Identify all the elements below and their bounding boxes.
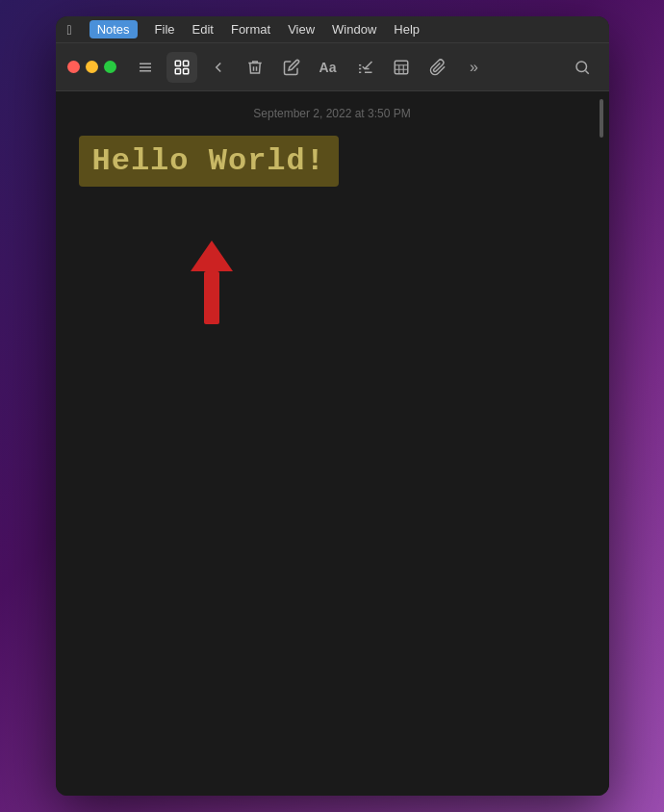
grid-icon xyxy=(173,59,191,76)
scrollbar-thumb[interactable] xyxy=(600,99,603,138)
fullscreen-button[interactable] xyxy=(104,61,116,73)
notes-window:  Notes File Edit Format View Window Hel… xyxy=(56,16,609,796)
checklist-icon xyxy=(356,59,373,76)
annotation-arrow xyxy=(191,241,233,324)
menubar:  Notes File Edit Format View Window Hel… xyxy=(56,16,609,43)
svg-rect-5 xyxy=(175,68,180,73)
note-date: September 2, 2022 at 3:50 PM xyxy=(79,107,586,120)
traffic-lights xyxy=(67,61,116,73)
list-icon xyxy=(137,59,154,76)
attachment-icon xyxy=(429,59,447,76)
scrollbar[interactable] xyxy=(598,91,605,796)
chevron-left-icon xyxy=(210,59,227,76)
checklist-button[interactable] xyxy=(349,52,380,83)
note-content[interactable]: September 2, 2022 at 3:50 PM Hello World… xyxy=(56,91,609,796)
svg-line-18 xyxy=(585,70,588,73)
menu-format[interactable]: Format xyxy=(231,22,270,37)
menu-view[interactable]: View xyxy=(288,22,315,37)
table-icon xyxy=(393,59,410,76)
svg-rect-12 xyxy=(395,61,408,74)
compose-icon xyxy=(283,59,300,76)
arrow-body xyxy=(204,271,219,324)
svg-rect-6 xyxy=(183,68,188,73)
note-title[interactable]: Hello World! xyxy=(79,136,339,187)
menu-help[interactable]: Help xyxy=(394,22,420,37)
arrow-head xyxy=(191,241,233,271)
delete-button[interactable] xyxy=(240,52,270,83)
minimize-button[interactable] xyxy=(86,61,98,73)
menu-file[interactable]: File xyxy=(155,22,175,37)
menu-edit[interactable]: Edit xyxy=(192,22,214,37)
svg-point-17 xyxy=(576,62,587,72)
search-button[interactable] xyxy=(567,52,598,83)
grid-view-button[interactable] xyxy=(166,52,197,83)
svg-rect-3 xyxy=(175,61,180,65)
format-button[interactable]: Aa xyxy=(313,52,344,83)
menu-window[interactable]: Window xyxy=(332,22,376,37)
list-view-button[interactable] xyxy=(130,52,161,83)
menu-notes[interactable]: Notes xyxy=(89,20,138,38)
new-note-button[interactable] xyxy=(276,52,307,83)
toolbar: Aa xyxy=(56,43,609,91)
apple-menu[interactable]:  xyxy=(67,22,72,38)
search-icon xyxy=(574,59,591,76)
svg-rect-4 xyxy=(183,61,188,65)
table-button[interactable] xyxy=(386,52,417,83)
back-button[interactable] xyxy=(203,52,234,83)
attachment-button[interactable] xyxy=(422,52,453,83)
trash-icon xyxy=(246,59,264,76)
close-button[interactable] xyxy=(67,61,80,73)
more-options-button[interactable]: » xyxy=(459,52,490,83)
